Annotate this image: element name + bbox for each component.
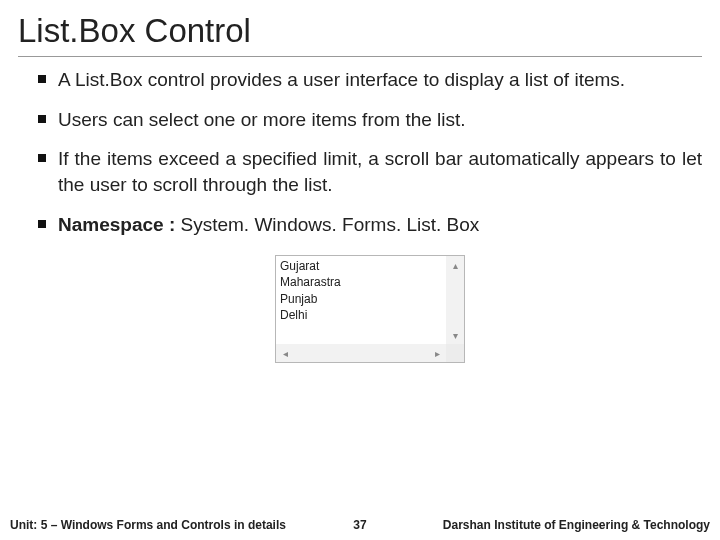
namespace-label: Namespace :	[58, 214, 175, 235]
bullet-marker-icon	[38, 154, 46, 162]
listbox-demo-wrap: Gujarat Maharastra Punjab Delhi ▴ ▾ ◂ ▸	[38, 255, 702, 363]
list-item[interactable]: Delhi	[280, 307, 446, 323]
list-item[interactable]: Punjab	[280, 291, 446, 307]
bullet-text: Users can select one or more items from …	[58, 107, 702, 133]
bullet-text: Namespace : System. Windows. Forms. List…	[58, 212, 702, 238]
bullet-item: Namespace : System. Windows. Forms. List…	[38, 212, 702, 238]
scroll-down-icon[interactable]: ▾	[446, 326, 464, 344]
vertical-scrollbar[interactable]: ▴ ▾	[446, 256, 464, 344]
scroll-left-icon[interactable]: ◂	[276, 344, 294, 362]
bullet-item: If the items exceed a specified limit, a…	[38, 146, 702, 197]
bullet-marker-icon	[38, 220, 46, 228]
list-item[interactable]: Gujarat	[280, 258, 446, 274]
slide-body: A List.Box control provides a user inter…	[18, 67, 702, 363]
slide-title: List.Box Control	[18, 12, 702, 57]
footer-institute: Darshan Institute of Engineering & Techn…	[443, 518, 710, 532]
list-item[interactable]: Maharastra	[280, 274, 446, 290]
listbox-content: Gujarat Maharastra Punjab Delhi	[276, 256, 446, 344]
scroll-up-icon[interactable]: ▴	[446, 256, 464, 274]
listbox-demo[interactable]: Gujarat Maharastra Punjab Delhi ▴ ▾ ◂ ▸	[275, 255, 465, 363]
scrollbar-corner	[446, 344, 464, 362]
bullet-text: A List.Box control provides a user inter…	[58, 67, 702, 93]
scroll-right-icon[interactable]: ▸	[428, 344, 446, 362]
bullet-marker-icon	[38, 75, 46, 83]
bullet-item: Users can select one or more items from …	[38, 107, 702, 133]
slide-footer: Unit: 5 – Windows Forms and Controls in …	[0, 518, 720, 532]
slide: List.Box Control A List.Box control prov…	[0, 0, 720, 540]
horizontal-scrollbar[interactable]: ◂ ▸	[276, 344, 464, 362]
bullet-item: A List.Box control provides a user inter…	[38, 67, 702, 93]
namespace-value: System. Windows. Forms. List. Box	[175, 214, 479, 235]
bullet-text: If the items exceed a specified limit, a…	[58, 146, 702, 197]
footer-unit: Unit: 5 – Windows Forms and Controls in …	[10, 518, 286, 532]
bullet-marker-icon	[38, 115, 46, 123]
